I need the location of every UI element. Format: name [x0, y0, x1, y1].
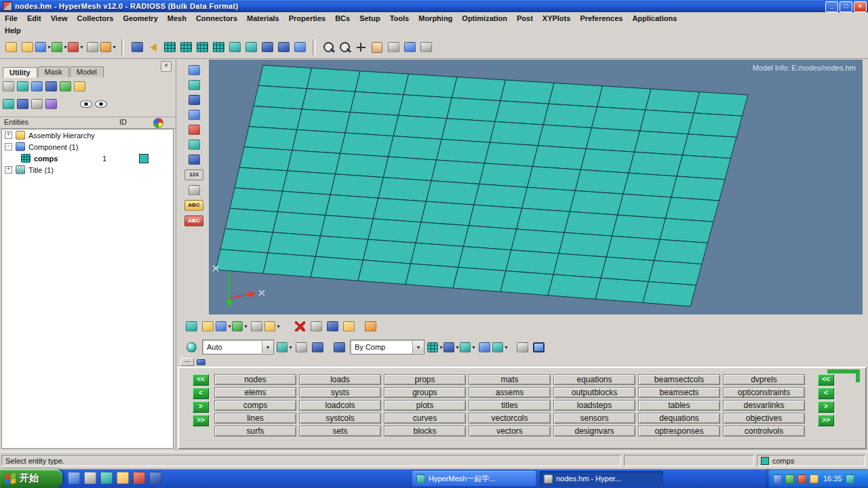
shaded-geometry-icon[interactable]: [189, 95, 200, 105]
new-model-button[interactable]: [3, 39, 19, 56]
view-iso-button[interactable]: [292, 39, 308, 56]
performance-graphics-button[interactable]: [530, 338, 547, 356]
menu-item[interactable]: XYPlots: [538, 12, 576, 24]
menu-item[interactable]: Edit: [22, 12, 46, 24]
panel-nav-button[interactable]: <<: [193, 374, 209, 386]
menu-item[interactable]: Geometry: [118, 12, 162, 24]
browser-isolate-icon[interactable]: [17, 81, 28, 92]
view-corner2-button[interactable]: [178, 39, 194, 56]
task-button-hypermesh[interactable]: nodes.hm - Hyper...: [540, 471, 663, 486]
panel-button[interactable]: vectorcols: [469, 413, 551, 424]
panel-button[interactable]: equations: [553, 374, 635, 385]
menu-item[interactable]: Setup: [355, 12, 385, 24]
tab-model[interactable]: Model: [70, 66, 104, 77]
menu-item[interactable]: Mesh: [163, 12, 191, 24]
collapse-panel-button[interactable]: —: [180, 358, 194, 366]
browser-filter-icon[interactable]: [3, 81, 14, 92]
panel-button[interactable]: opticonstraints: [723, 387, 805, 398]
tree-row-title[interactable]: + Title (1): [2, 164, 173, 176]
tree-row-assembly[interactable]: + Assembly Hierarchy: [2, 129, 173, 141]
shadow-mode-icon[interactable]: [189, 185, 200, 195]
panel-button[interactable]: elems: [214, 387, 296, 398]
menu-item[interactable]: Preferences: [575, 12, 627, 24]
browser-hide-icon[interactable]: [45, 81, 57, 92]
transparency-button[interactable]: ▼: [492, 338, 509, 356]
panel-button[interactable]: titles: [469, 400, 551, 411]
mesh-style-button[interactable]: ▼: [427, 338, 443, 356]
clock[interactable]: 16:35: [823, 474, 842, 483]
tab-utility[interactable]: Utility: [3, 67, 37, 78]
capture-button[interactable]: [129, 39, 145, 56]
tree-row-component[interactable]: - Component (1): [2, 141, 173, 152]
panel-button[interactable]: loads: [299, 374, 381, 385]
tray-antivirus-icon[interactable]: [785, 474, 794, 483]
panel-button[interactable]: mats: [469, 374, 551, 385]
panel-button[interactable]: sensors: [553, 413, 635, 424]
show-desktop-icon[interactable]: [84, 472, 96, 484]
panel-button[interactable]: comps: [214, 400, 296, 411]
maximize-button[interactable]: □: [840, 1, 852, 12]
panel-nav-button[interactable]: >>: [818, 415, 834, 426]
quick-edit-button[interactable]: [362, 317, 378, 335]
card-edit-button[interactable]: [248, 317, 264, 335]
expander-icon[interactable]: -: [5, 143, 12, 150]
tab-mask[interactable]: Mask: [38, 66, 69, 77]
menu-item[interactable]: File: [0, 12, 22, 24]
zoom-button[interactable]: [336, 39, 353, 56]
open-collector-button[interactable]: [199, 317, 216, 335]
save-model-button[interactable]: ▼: [35, 39, 52, 56]
panel-button[interactable]: optresponses: [638, 426, 720, 436]
count-button[interactable]: [324, 317, 340, 335]
minimize-button[interactable]: _: [825, 1, 838, 12]
panel-nav-button[interactable]: <: [818, 388, 834, 399]
rotate-button[interactable]: [385, 39, 401, 56]
panel-button[interactable]: nodes: [214, 374, 296, 385]
panel-nav-button[interactable]: <: [193, 388, 209, 399]
menu-item[interactable]: Materials: [242, 12, 284, 24]
media-player-icon[interactable]: [100, 472, 113, 484]
panel-button[interactable]: dvprels: [723, 374, 805, 385]
color-mode-select[interactable]: By Comp ▼: [350, 340, 425, 354]
mask-button[interactable]: [340, 317, 357, 335]
shaded-elements-icon[interactable]: [189, 65, 200, 75]
shade-mode-button[interactable]: [293, 338, 309, 356]
menu-item[interactable]: Properties: [284, 12, 330, 24]
folder-shortcut-icon[interactable]: [117, 472, 129, 484]
tray-extra-icon[interactable]: [846, 474, 854, 483]
panel-nav-button[interactable]: >>: [193, 415, 209, 426]
view-corner4-button[interactable]: [210, 39, 226, 56]
current-component-field[interactable]: comps: [757, 455, 865, 466]
organize-collector-button[interactable]: ▼: [232, 317, 248, 335]
view-corner1-button[interactable]: [161, 39, 178, 56]
dual-view-button[interactable]: [514, 338, 530, 356]
renumber-button[interactable]: [308, 317, 324, 335]
tray-input-icon[interactable]: [810, 474, 818, 483]
panel-button[interactable]: beamsectcols: [638, 374, 720, 385]
display-elements-icon[interactable]: [3, 99, 14, 109]
fit-view-button[interactable]: [353, 39, 369, 56]
reorder-button[interactable]: ▼: [264, 317, 281, 335]
menu-item[interactable]: BCs: [330, 12, 355, 24]
text-labels-alt-icon[interactable]: ABC: [184, 216, 203, 226]
mesh-canvas[interactable]: [209, 60, 863, 314]
panel-button[interactable]: loadsteps: [553, 400, 635, 411]
eye-show-icon[interactable]: [80, 100, 92, 108]
view-top-button[interactable]: [259, 39, 275, 56]
browser-expand-icon[interactable]: [60, 81, 71, 92]
pan-button[interactable]: [369, 39, 385, 56]
view-left-button[interactable]: [226, 39, 243, 56]
zoom-window-button[interactable]: [320, 39, 336, 56]
panel-button[interactable]: curves: [384, 413, 466, 424]
panel-button[interactable]: designvars: [553, 426, 635, 436]
tree-row-comps[interactable]: comps 1: [2, 152, 173, 164]
text-labels-icon[interactable]: ABC: [184, 200, 203, 211]
surface-lines-icon[interactable]: [189, 140, 200, 150]
panel-button[interactable]: vectors: [469, 426, 551, 436]
node-numbers-icon[interactable]: 123: [184, 169, 203, 180]
panel-button[interactable]: blocks: [384, 426, 466, 436]
panel-button[interactable]: plots: [384, 400, 466, 411]
panel-button[interactable]: beamsects: [638, 387, 720, 398]
view-bottom-button[interactable]: [275, 39, 292, 56]
panel-close-button[interactable]: ×: [161, 61, 172, 72]
graphics-viewport[interactable]: Model Info: E:/nodes/nodes.hm: [209, 60, 863, 314]
